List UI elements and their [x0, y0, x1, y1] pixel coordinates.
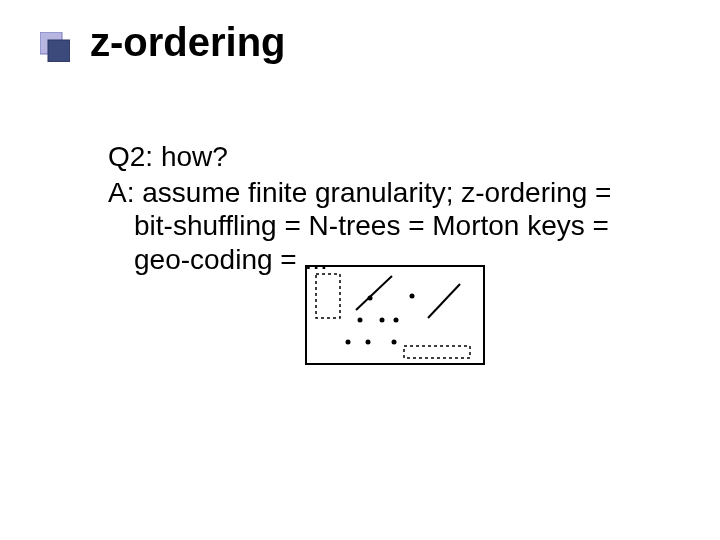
svg-rect-3: [316, 274, 340, 318]
question-line: Q2: how?: [108, 140, 668, 174]
svg-line-6: [428, 284, 460, 318]
svg-point-10: [380, 318, 385, 323]
svg-rect-4: [404, 346, 470, 358]
answer-line-1: A: assume finite granularity; z-ordering…: [108, 177, 611, 208]
svg-point-11: [394, 318, 399, 323]
svg-point-8: [410, 294, 415, 299]
svg-line-5: [356, 276, 392, 310]
svg-rect-1: [48, 40, 70, 62]
svg-point-12: [346, 340, 351, 345]
svg-point-9: [358, 318, 363, 323]
svg-point-7: [368, 296, 373, 301]
svg-point-14: [392, 340, 397, 345]
spatial-diagram: [300, 260, 490, 370]
slide-body: Q2: how? A: assume finite granularity; z…: [108, 140, 668, 276]
svg-rect-2: [306, 266, 484, 364]
answer-line-2: bit-shuffling = N-trees = Morton keys =: [108, 209, 668, 243]
slide-bullet-icon: [40, 32, 70, 62]
slide-title: z-ordering: [90, 20, 286, 65]
svg-point-13: [366, 340, 371, 345]
